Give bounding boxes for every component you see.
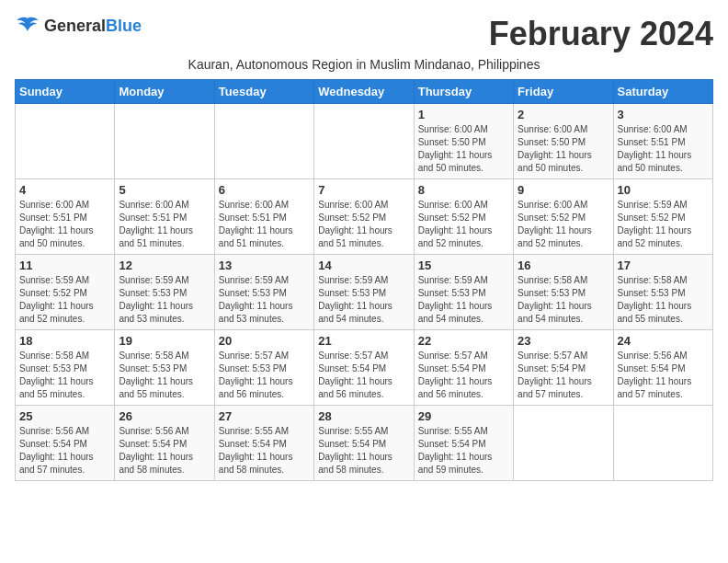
day-number: 11 bbox=[19, 259, 110, 272]
calendar-cell: 18Sunrise: 5:58 AMSunset: 5:53 PMDayligh… bbox=[16, 330, 115, 406]
header-day-monday: Monday bbox=[115, 80, 214, 104]
calendar-cell: 6Sunrise: 6:00 AMSunset: 5:51 PMDaylight… bbox=[214, 179, 313, 255]
day-number: 13 bbox=[219, 259, 310, 272]
day-number: 19 bbox=[119, 334, 210, 348]
calendar-cell: 27Sunrise: 5:55 AMSunset: 5:54 PMDayligh… bbox=[214, 406, 313, 481]
day-info: Sunrise: 5:59 AMSunset: 5:53 PMDaylight:… bbox=[318, 274, 409, 326]
day-info: Sunrise: 6:00 AMSunset: 5:51 PMDaylight:… bbox=[119, 199, 210, 250]
day-number: 29 bbox=[418, 409, 509, 423]
logo: GeneralBlue bbox=[15, 15, 142, 37]
day-number: 9 bbox=[518, 183, 609, 197]
day-number: 20 bbox=[219, 334, 310, 348]
day-info: Sunrise: 6:00 AMSunset: 5:52 PMDaylight:… bbox=[418, 199, 509, 250]
day-info: Sunrise: 5:55 AMSunset: 5:54 PMDaylight:… bbox=[219, 425, 310, 477]
day-number: 3 bbox=[618, 108, 709, 121]
day-info: Sunrise: 6:00 AMSunset: 5:50 PMDaylight:… bbox=[518, 123, 609, 175]
header: GeneralBlue February 2024 bbox=[15, 15, 713, 53]
day-number: 12 bbox=[119, 259, 210, 272]
calendar-cell: 21Sunrise: 5:57 AMSunset: 5:54 PMDayligh… bbox=[314, 330, 414, 406]
calendar-cell: 26Sunrise: 5:56 AMSunset: 5:54 PMDayligh… bbox=[115, 406, 214, 481]
calendar-cell: 17Sunrise: 5:58 AMSunset: 5:53 PMDayligh… bbox=[613, 255, 712, 330]
day-number: 16 bbox=[518, 259, 609, 272]
day-number: 8 bbox=[418, 183, 509, 197]
week-row-0: 1Sunrise: 6:00 AMSunset: 5:50 PMDaylight… bbox=[16, 104, 713, 179]
day-info: Sunrise: 6:00 AMSunset: 5:51 PMDaylight:… bbox=[19, 199, 110, 250]
calendar-cell: 12Sunrise: 5:59 AMSunset: 5:53 PMDayligh… bbox=[115, 255, 214, 330]
day-number: 17 bbox=[618, 259, 709, 272]
month-title: February 2024 bbox=[489, 15, 713, 53]
calendar-body: 1Sunrise: 6:00 AMSunset: 5:50 PMDaylight… bbox=[16, 104, 713, 481]
calendar-cell bbox=[314, 104, 414, 179]
calendar-cell: 14Sunrise: 5:59 AMSunset: 5:53 PMDayligh… bbox=[314, 255, 414, 330]
calendar-cell: 8Sunrise: 6:00 AMSunset: 5:52 PMDaylight… bbox=[414, 179, 513, 255]
calendar-cell: 15Sunrise: 5:59 AMSunset: 5:53 PMDayligh… bbox=[414, 255, 513, 330]
day-info: Sunrise: 5:57 AMSunset: 5:53 PMDaylight:… bbox=[219, 350, 310, 401]
calendar-cell: 16Sunrise: 5:58 AMSunset: 5:53 PMDayligh… bbox=[514, 255, 613, 330]
calendar-cell: 23Sunrise: 5:57 AMSunset: 5:54 PMDayligh… bbox=[514, 330, 613, 406]
calendar-cell bbox=[613, 406, 712, 481]
calendar: SundayMondayTuesdayWednesdayThursdayFrid… bbox=[15, 79, 713, 481]
day-number: 7 bbox=[318, 183, 409, 197]
day-info: Sunrise: 6:00 AMSunset: 5:51 PMDaylight:… bbox=[219, 199, 310, 250]
day-number: 4 bbox=[19, 183, 110, 197]
calendar-cell: 7Sunrise: 6:00 AMSunset: 5:52 PMDaylight… bbox=[314, 179, 414, 255]
calendar-cell: 28Sunrise: 5:55 AMSunset: 5:54 PMDayligh… bbox=[314, 406, 414, 481]
day-number: 28 bbox=[318, 409, 409, 423]
week-row-4: 25Sunrise: 5:56 AMSunset: 5:54 PMDayligh… bbox=[16, 406, 713, 481]
logo-text: GeneralBlue bbox=[44, 17, 142, 36]
calendar-cell bbox=[16, 104, 115, 179]
day-number: 22 bbox=[418, 334, 509, 348]
day-info: Sunrise: 5:59 AMSunset: 5:52 PMDaylight:… bbox=[19, 274, 110, 326]
day-number: 21 bbox=[318, 334, 409, 348]
subtitle: Kauran, Autonomous Region in Muslim Mind… bbox=[15, 57, 713, 72]
header-day-sunday: Sunday bbox=[16, 80, 115, 104]
logo-general: General bbox=[44, 17, 106, 35]
calendar-cell: 10Sunrise: 5:59 AMSunset: 5:52 PMDayligh… bbox=[613, 179, 712, 255]
day-info: Sunrise: 6:00 AMSunset: 5:52 PMDaylight:… bbox=[518, 199, 609, 250]
calendar-cell: 3Sunrise: 6:00 AMSunset: 5:51 PMDaylight… bbox=[613, 104, 712, 179]
day-info: Sunrise: 5:59 AMSunset: 5:53 PMDaylight:… bbox=[219, 274, 310, 326]
day-info: Sunrise: 5:56 AMSunset: 5:54 PMDaylight:… bbox=[119, 425, 210, 477]
calendar-cell: 13Sunrise: 5:59 AMSunset: 5:53 PMDayligh… bbox=[214, 255, 313, 330]
day-info: Sunrise: 5:57 AMSunset: 5:54 PMDaylight:… bbox=[518, 350, 609, 401]
day-number: 26 bbox=[119, 409, 210, 423]
day-number: 24 bbox=[618, 334, 709, 348]
day-number: 1 bbox=[418, 108, 509, 121]
day-number: 15 bbox=[418, 259, 509, 272]
calendar-cell: 5Sunrise: 6:00 AMSunset: 5:51 PMDaylight… bbox=[115, 179, 214, 255]
day-info: Sunrise: 5:59 AMSunset: 5:53 PMDaylight:… bbox=[119, 274, 210, 326]
day-info: Sunrise: 6:00 AMSunset: 5:50 PMDaylight:… bbox=[418, 123, 509, 175]
calendar-cell: 9Sunrise: 6:00 AMSunset: 5:52 PMDaylight… bbox=[514, 179, 613, 255]
day-number: 6 bbox=[219, 183, 310, 197]
day-info: Sunrise: 5:59 AMSunset: 5:52 PMDaylight:… bbox=[618, 199, 709, 250]
header-day-thursday: Thursday bbox=[414, 80, 513, 104]
day-info: Sunrise: 6:00 AMSunset: 5:51 PMDaylight:… bbox=[618, 123, 709, 175]
day-info: Sunrise: 5:56 AMSunset: 5:54 PMDaylight:… bbox=[618, 350, 709, 401]
day-number: 14 bbox=[318, 259, 409, 272]
calendar-cell: 29Sunrise: 5:55 AMSunset: 5:54 PMDayligh… bbox=[414, 406, 513, 481]
calendar-cell bbox=[115, 104, 214, 179]
week-row-2: 11Sunrise: 5:59 AMSunset: 5:52 PMDayligh… bbox=[16, 255, 713, 330]
day-number: 10 bbox=[618, 183, 709, 197]
calendar-cell: 11Sunrise: 5:59 AMSunset: 5:52 PMDayligh… bbox=[16, 255, 115, 330]
header-day-saturday: Saturday bbox=[613, 80, 712, 104]
day-info: Sunrise: 5:57 AMSunset: 5:54 PMDaylight:… bbox=[418, 350, 509, 401]
week-row-3: 18Sunrise: 5:58 AMSunset: 5:53 PMDayligh… bbox=[16, 330, 713, 406]
calendar-cell: 24Sunrise: 5:56 AMSunset: 5:54 PMDayligh… bbox=[613, 330, 712, 406]
calendar-cell: 2Sunrise: 6:00 AMSunset: 5:50 PMDaylight… bbox=[514, 104, 613, 179]
day-info: Sunrise: 5:55 AMSunset: 5:54 PMDaylight:… bbox=[418, 425, 509, 477]
day-number: 18 bbox=[19, 334, 110, 348]
day-info: Sunrise: 5:58 AMSunset: 5:53 PMDaylight:… bbox=[618, 274, 709, 326]
header-day-tuesday: Tuesday bbox=[214, 80, 313, 104]
day-info: Sunrise: 5:58 AMSunset: 5:53 PMDaylight:… bbox=[518, 274, 609, 326]
day-number: 23 bbox=[518, 334, 609, 348]
day-number: 27 bbox=[219, 409, 310, 423]
calendar-cell bbox=[214, 104, 313, 179]
day-info: Sunrise: 6:00 AMSunset: 5:52 PMDaylight:… bbox=[318, 199, 409, 250]
calendar-cell: 1Sunrise: 6:00 AMSunset: 5:50 PMDaylight… bbox=[414, 104, 513, 179]
day-number: 25 bbox=[19, 409, 110, 423]
week-row-1: 4Sunrise: 6:00 AMSunset: 5:51 PMDaylight… bbox=[16, 179, 713, 255]
calendar-cell: 4Sunrise: 6:00 AMSunset: 5:51 PMDaylight… bbox=[16, 179, 115, 255]
header-day-friday: Friday bbox=[514, 80, 613, 104]
day-info: Sunrise: 5:58 AMSunset: 5:53 PMDaylight:… bbox=[119, 350, 210, 401]
